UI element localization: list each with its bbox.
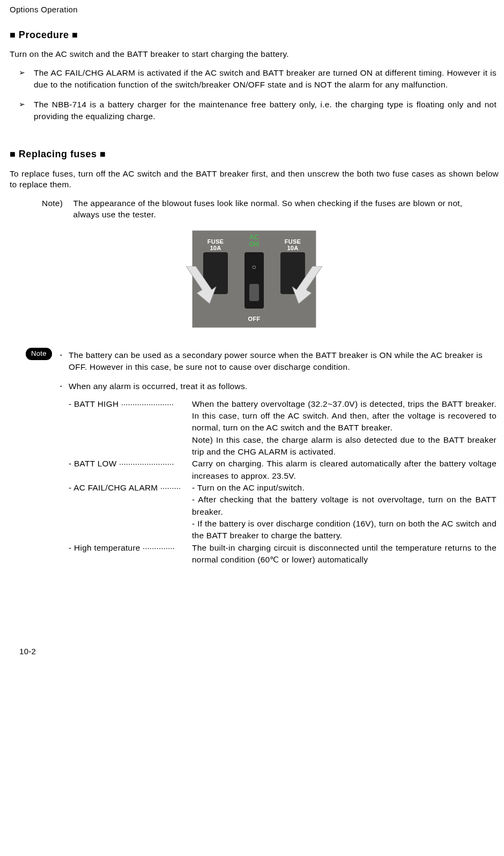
replacing-note: Note) The appearance of the blowout fuse… (42, 197, 499, 221)
replacing-title: ■ Replacing fuses ■ (10, 148, 499, 160)
fuse-panel-figure: AC ON FUSE 10A FUSE 10A OFF (192, 230, 316, 328)
note-pill: Note (26, 348, 52, 360)
alarm-desc: When the battery overvoltage (32.2~37.0V… (192, 398, 499, 458)
note-block: Note The battery can be used as a second… (31, 349, 499, 566)
bullet-item: The AC FAIL/CHG ALARM is activated if th… (34, 67, 496, 91)
fuse-left-label: FUSE 10A (203, 238, 228, 252)
note-item: The battery can be used as a secondary p… (69, 349, 499, 374)
alarm-row: - BATT LOW ························ Carr… (69, 458, 499, 482)
ac-switch-icon (244, 252, 264, 309)
procedure-bullets: The AC FAIL/CHG ALARM is activated if th… (34, 67, 496, 122)
note-label: Note) (42, 197, 71, 209)
page-footer: 10-2 (10, 646, 499, 659)
alarm-table: - BATT HIGH ······················· When… (69, 398, 499, 566)
replacing-intro: To replace fuses, turn off the AC switch… (10, 169, 499, 190)
bullet-item: The NBB-714 is a battery charger for the… (34, 99, 496, 123)
page-number: 10-2 (19, 646, 36, 657)
alarm-row: - BATT HIGH ······················· When… (69, 398, 499, 458)
note-item-text: When any alarm is occurred, treat it as … (69, 382, 247, 391)
note-item: When any alarm is occurred, treat it as … (69, 381, 499, 566)
svg-marker-1 (292, 266, 322, 304)
procedure-title: ■ Procedure ■ (10, 29, 499, 41)
alarm-row: - High temperature ·············· The bu… (69, 542, 499, 566)
page-header: Options Operation (10, 4, 499, 15)
note-items: The battery can be used as a secondary p… (69, 349, 499, 566)
alarm-desc: - Turn on the AC input/switch. - After c… (192, 482, 499, 542)
svg-marker-0 (186, 266, 216, 304)
alarm-desc: Carry on charging. This alarm is cleared… (192, 458, 499, 482)
procedure-intro: Turn on the AC switch and the BATT break… (10, 49, 499, 60)
alarm-label: - AC FAIL/CHG ALARM ········· (69, 482, 192, 494)
off-label: OFF (192, 315, 316, 323)
arrow-right-icon (290, 266, 322, 304)
alarm-label: - BATT HIGH ······················· (69, 398, 192, 410)
alarm-desc: The built-in charging circuit is disconn… (192, 542, 499, 566)
arrow-left-icon (186, 266, 218, 304)
note-text: The appearance of the blowout fuses look… (73, 197, 486, 221)
alarm-label: - BATT LOW ························ (69, 458, 192, 470)
alarm-row: - AC FAIL/CHG ALARM ········· - Turn on … (69, 482, 499, 542)
alarm-label: - High temperature ·············· (69, 542, 192, 554)
fuse-right-label: FUSE 10A (280, 238, 305, 252)
page: Options Operation ■ Procedure ■ Turn on … (0, 0, 504, 664)
